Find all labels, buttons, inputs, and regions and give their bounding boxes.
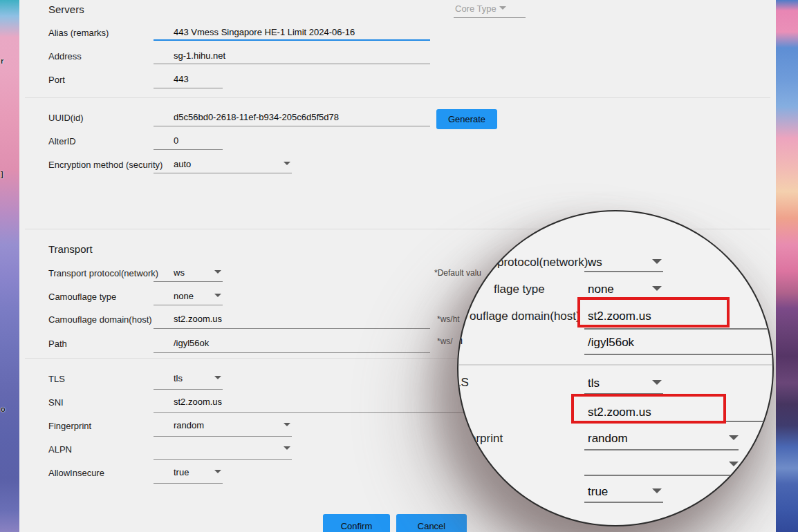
allow-insecure-dropdown[interactable]: true — [174, 467, 189, 477]
camouflage-type-label: Camouflage type — [48, 292, 116, 302]
camouflage-domain-label: Camouflage domain(host) — [48, 314, 152, 325]
zoom-underline — [584, 328, 769, 330]
sni-label: SNI — [48, 397, 64, 408]
cancel-button[interactable]: Cancel — [396, 514, 467, 532]
chevron-down-icon — [652, 488, 662, 493]
chevron-down-icon[interactable] — [284, 423, 290, 426]
chevron-down-icon[interactable] — [214, 270, 221, 274]
path-input[interactable]: /igyl56ok — [174, 338, 209, 348]
camouflage-domain-underline — [154, 328, 430, 329]
uuid-input[interactable]: d5c56bd0-2618-11ef-b934-205c6d5f5d78 — [174, 112, 339, 122]
highlight-box-sni — [571, 394, 726, 424]
zoom-camouflage-type-label: flage type — [494, 283, 545, 296]
chevron-down-icon[interactable] — [214, 470, 221, 473]
chevron-down-icon — [652, 286, 662, 291]
chevron-down-icon[interactable] — [214, 294, 221, 297]
network-label: Transport protocol(network) — [48, 268, 158, 278]
address-input[interactable]: sg-1.hihu.net — [174, 50, 225, 61]
port-input[interactable]: 443 — [174, 74, 189, 84]
magnifier-content: protocol(network) ws flage type none ouf… — [458, 211, 772, 525]
zoom-underline — [584, 449, 739, 450]
zoom-allow-insecure-value: true — [588, 485, 608, 499]
zoom-path-value: /igyl56ok — [588, 336, 634, 350]
alterid-input[interactable]: 0 — [174, 135, 178, 146]
magnifier-lens: protocol(network) ws flage type none ouf… — [457, 210, 774, 526]
address-underline — [154, 64, 430, 64]
section-separator — [25, 97, 770, 98]
network-underline — [154, 281, 223, 282]
alterid-label: AlterID — [48, 136, 76, 146]
transport-title: Transport — [48, 243, 93, 255]
fingerprint-underline — [154, 436, 292, 437]
chevron-down-icon[interactable] — [284, 446, 290, 450]
encryption-underline — [154, 173, 292, 173]
alterid-underline — [154, 149, 223, 150]
zoom-tls-value: tls — [588, 377, 600, 390]
chevron-down-icon[interactable] — [214, 376, 221, 379]
path-label: Path — [48, 339, 67, 349]
uuid-label: UUID(id) — [48, 113, 84, 123]
alpn-underline — [154, 459, 292, 460]
allow-insecure-label: AllowInsecure — [48, 468, 104, 478]
edge-text-fragment: r — [1, 57, 3, 65]
chevron-down-icon — [652, 380, 662, 385]
fingerprint-dropdown[interactable]: random — [174, 420, 204, 430]
camouflage-domain-input[interactable]: st2.zoom.us — [174, 314, 222, 324]
tls-underline — [154, 389, 223, 390]
zoom-network-value: ws — [588, 256, 602, 269]
zoom-camouflage-type-value: none — [588, 283, 614, 296]
zoom-underline — [584, 502, 663, 503]
zoom-underline — [584, 354, 772, 355]
wallpaper-right-strip — [776, 0, 798, 532]
generate-button[interactable]: Generate — [436, 109, 497, 129]
zoom-network-label: protocol(network) — [497, 256, 588, 269]
core-type-underline — [454, 17, 526, 18]
screen: Servers Core Type Alias (remarks) 443 Vm… — [0, 0, 798, 532]
zoom-camouflage-domain-label: ouflage domain(host) — [470, 310, 580, 323]
dialog-title: Servers — [48, 3, 84, 15]
zoom-underline — [584, 475, 739, 476]
tls-dropdown[interactable]: tls — [174, 373, 183, 383]
tls-label: TLS — [48, 374, 65, 384]
zoom-underline — [584, 271, 663, 272]
path-hint: *ws/ — [437, 336, 453, 346]
alpn-label: ALPN — [48, 444, 72, 455]
fingerprint-label: Fingerprint — [48, 421, 91, 431]
port-label: Port — [48, 75, 65, 85]
path-underline — [154, 352, 430, 353]
wallpaper-left-strip: r ] o — [0, 0, 19, 532]
core-type-dropdown[interactable]: Core Type — [455, 3, 497, 14]
chevron-down-icon[interactable] — [499, 6, 506, 10]
camouflage-type-underline — [154, 305, 223, 305]
highlight-box-camouflage-domain — [577, 297, 730, 327]
allow-insecure-underline — [154, 483, 223, 484]
zoom-tls-label: LS — [458, 376, 469, 390]
encryption-label: Encryption method (security) — [48, 160, 163, 170]
sni-input[interactable]: st2.zoom.us — [174, 397, 222, 407]
zoom-section-separator — [458, 364, 772, 365]
network-dropdown[interactable]: ws — [174, 267, 185, 278]
chevron-down-icon — [729, 462, 739, 466]
edge-text-fragment: o — [1, 405, 6, 413]
address-label: Address — [48, 51, 82, 61]
port-underline — [154, 88, 223, 88]
alias-label: Alias (remarks) — [48, 28, 109, 38]
uuid-underline — [154, 126, 430, 126]
chevron-down-icon — [652, 259, 662, 264]
edge-text-fragment: ] — [1, 170, 3, 178]
encryption-dropdown[interactable]: auto — [174, 159, 191, 169]
alias-underline — [154, 39, 430, 41]
zoom-fingerprint-value: random — [588, 432, 628, 446]
chevron-down-icon — [729, 435, 739, 440]
alias-input[interactable]: 443 Vmess Singapore HE-1 Limit 2024-06-1… — [174, 27, 355, 37]
chevron-down-icon[interactable] — [284, 162, 290, 165]
camouflage-type-dropdown[interactable]: none — [174, 291, 194, 301]
network-hint: *Default valu — [434, 268, 481, 278]
domain-hint: *ws/ht — [437, 314, 460, 324]
confirm-button[interactable]: Confirm — [323, 514, 390, 532]
